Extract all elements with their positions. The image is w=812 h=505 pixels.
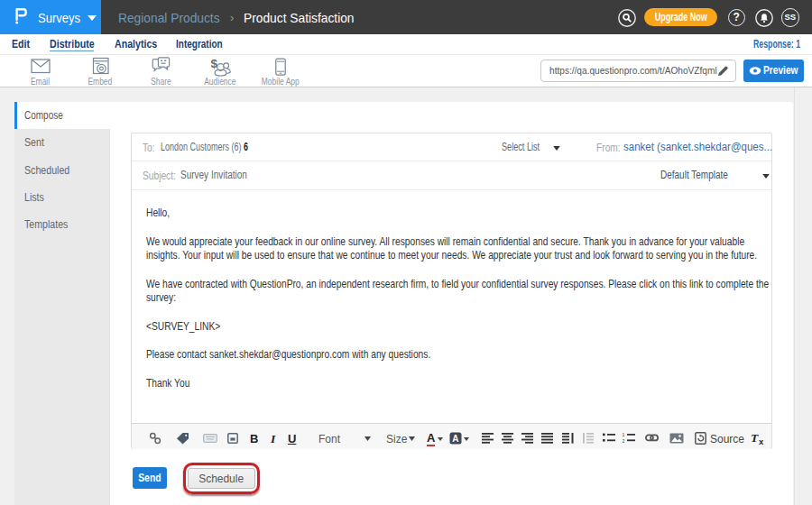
svg-text:A: A bbox=[452, 434, 458, 444]
svg-text:1: 1 bbox=[623, 433, 625, 437]
svg-text:2: 2 bbox=[623, 438, 625, 444]
